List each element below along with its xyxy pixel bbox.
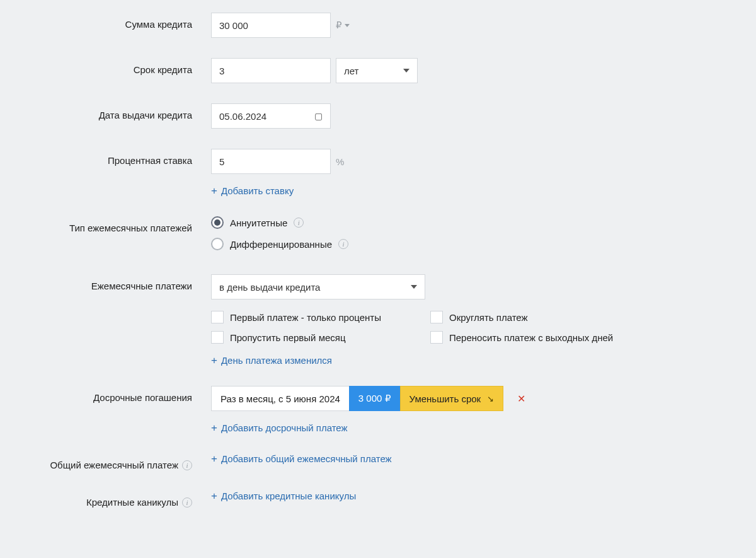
round-payment-checkbox[interactable] (430, 311, 443, 323)
add-holidays-button[interactable]: + Добавить кредитные каникулы (211, 491, 756, 501)
first-interest-only-label: Первый платеж - только проценты (230, 312, 381, 323)
close-icon: ✕ (517, 393, 525, 405)
arrow-down-right-icon: ↘ (487, 394, 494, 404)
plus-icon: + (211, 453, 217, 464)
skip-first-month-label: Пропустить первый месяц (230, 332, 346, 343)
total-monthly-label: Общий ежемесячный платеж (50, 460, 178, 470)
term-unit-value: лет (344, 66, 358, 76)
plus-icon: + (211, 491, 217, 501)
first-interest-only-checkbox[interactable] (211, 311, 224, 323)
amount-input[interactable] (211, 13, 331, 38)
differentiated-radio[interactable] (211, 238, 224, 250)
info-icon[interactable]: i (294, 218, 304, 228)
early-amount-text: 3 000 ₽ (358, 393, 391, 404)
rate-label: Процентная ставка (108, 155, 192, 166)
change-payment-day-text: День платежа изменился (221, 355, 332, 366)
early-label: Досрочные погашения (93, 392, 192, 403)
amount-label: Сумма кредита (125, 19, 192, 30)
monthly-schedule-select[interactable]: в день выдачи кредита (211, 274, 425, 299)
info-icon[interactable]: i (182, 497, 192, 508)
issue-date-value: 05.06.2024 (219, 111, 266, 122)
early-schedule[interactable]: Раз в месяц, с 5 июня 2024 (211, 386, 349, 411)
rate-input[interactable] (211, 149, 331, 174)
early-action-button[interactable]: Уменьшить срок ↘ (400, 386, 504, 411)
skip-first-month-checkbox[interactable] (211, 331, 224, 344)
holidays-label: Кредитные каникулы (86, 497, 178, 508)
monthly-label: Ежемесячные платежи (91, 281, 192, 291)
round-payment-label: Округлять платеж (449, 312, 528, 323)
add-early-payment-text: Добавить досрочный платеж (221, 422, 348, 433)
info-icon[interactable]: i (182, 460, 192, 470)
early-amount[interactable]: 3 000 ₽ (349, 386, 400, 411)
issue-date-label: Дата выдачи кредита (99, 110, 192, 120)
early-schedule-text: Раз в месяц, с 5 июня 2024 (220, 393, 340, 404)
add-total-monthly-button[interactable]: + Добавить общий ежемесячный платеж (211, 453, 756, 464)
move-from-weekend-label: Переносить платеж с выходных дней (449, 332, 613, 343)
term-input[interactable] (211, 58, 331, 83)
annuity-radio[interactable] (211, 216, 224, 229)
percent-unit: % (336, 156, 344, 167)
add-early-payment-button[interactable]: + Добавить досрочный платеж (211, 422, 756, 433)
add-holidays-text: Добавить кредитные каникулы (221, 491, 356, 501)
chevron-down-icon (345, 24, 350, 27)
issue-date-input[interactable]: 05.06.2024 ▢ (211, 103, 331, 129)
ruble-icon: ₽ (336, 20, 342, 31)
payment-type-label: Тип ежемесячных платежей (69, 223, 192, 233)
monthly-schedule-value: в день выдачи кредита (219, 282, 320, 293)
add-rate-button[interactable]: + Добавить ставку (211, 185, 756, 196)
change-payment-day-button[interactable]: + День платежа изменился (211, 355, 756, 366)
plus-icon: + (211, 355, 217, 366)
plus-icon: + (211, 185, 217, 196)
early-action-text: Уменьшить срок (410, 393, 481, 404)
differentiated-label: Дифференцированные (230, 239, 332, 250)
add-total-monthly-text: Добавить общий ежемесячный платеж (221, 453, 392, 464)
currency-selector[interactable]: ₽ (336, 20, 350, 31)
plus-icon: + (211, 422, 217, 433)
term-unit-select[interactable]: лет (336, 58, 418, 83)
term-label: Срок кредита (134, 64, 192, 75)
remove-early-button[interactable]: ✕ (517, 393, 525, 405)
calendar-icon: ▢ (314, 111, 323, 121)
move-from-weekend-checkbox[interactable] (430, 331, 443, 344)
annuity-label: Аннуитетные (230, 218, 287, 228)
add-rate-text: Добавить ставку (221, 185, 294, 196)
info-icon[interactable]: i (338, 239, 348, 249)
